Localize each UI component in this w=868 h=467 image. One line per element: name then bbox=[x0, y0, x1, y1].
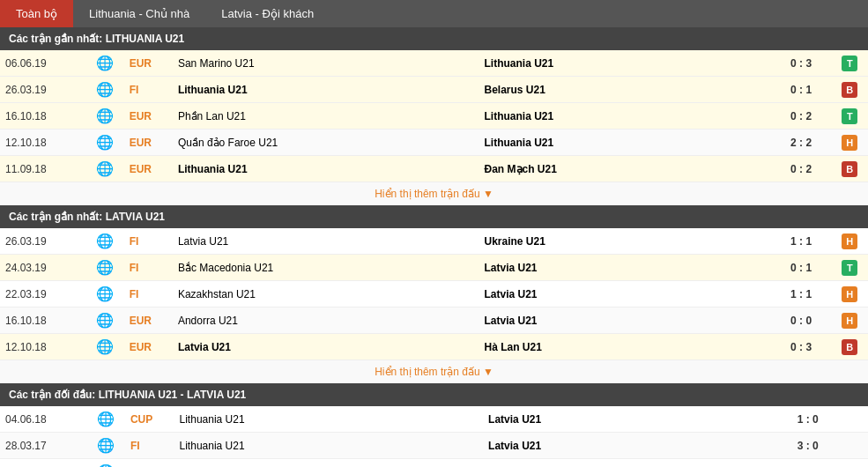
match-score: 2 : 0 bbox=[777, 459, 839, 468]
result-cell: T bbox=[832, 103, 868, 130]
team1-name: Lithuania U21 bbox=[174, 406, 469, 433]
result-cell bbox=[839, 459, 868, 468]
result-badge: T bbox=[842, 56, 857, 71]
competition-label: FI bbox=[124, 228, 173, 255]
match-date: 11.09.18 bbox=[0, 156, 85, 182]
competition-label: FI bbox=[124, 281, 173, 308]
competition-label: EUR bbox=[124, 130, 173, 156]
team2-name: Latvia U21 bbox=[483, 433, 777, 459]
result-cell: B bbox=[832, 77, 868, 103]
match-date: 22.03.19 bbox=[0, 281, 85, 308]
result-badge: H bbox=[842, 286, 857, 302]
match-score: 0 : 1 bbox=[771, 77, 832, 103]
team1-name: Bắc Macedonia U21 bbox=[173, 255, 464, 281]
table-latvia: 26.03.19 🌐 FI Latvia U21 Ukraine U21 1 :… bbox=[0, 228, 868, 360]
result-cell: H bbox=[832, 130, 868, 156]
match-date: 06.06.19 bbox=[0, 50, 85, 77]
competition-label: EUR bbox=[124, 103, 173, 130]
result-cell: B bbox=[832, 334, 868, 360]
vs-separator bbox=[464, 50, 479, 77]
team2-name: Ukraine U21 bbox=[479, 228, 771, 255]
section-lithuania: Các trận gần nhất: LITHUANIA U21 06.06.1… bbox=[0, 27, 868, 205]
match-score: 1 : 1 bbox=[771, 281, 832, 308]
tab-latvia-away[interactable]: Latvia - Đội khách bbox=[205, 0, 330, 27]
result-cell: H bbox=[832, 281, 868, 308]
table-lithuania: 06.06.19 🌐 EUR San Marino U21 Lithuania … bbox=[0, 50, 868, 182]
tab-lithuania-home[interactable]: Lithuania - Chủ nhà bbox=[73, 0, 205, 27]
team2-name: Lithuania U21 bbox=[479, 130, 771, 156]
vs-separator bbox=[464, 334, 479, 360]
flag-icon: 🌐 bbox=[85, 130, 124, 156]
section-latvia: Các trận gần nhất: LATVIA U21 26.03.19 🌐… bbox=[0, 205, 868, 383]
team2-name: Latvia U21 bbox=[479, 255, 771, 281]
vs-separator bbox=[464, 77, 479, 103]
table-h2h: 04.06.18 🌐 CUP Lithuania U21 Latvia U21 … bbox=[0, 406, 868, 467]
team1-name: Lithuania U21 bbox=[173, 156, 464, 182]
competition-label: EUR bbox=[124, 156, 173, 182]
team1-name: Andorra U21 bbox=[173, 308, 464, 334]
team1-name: Lithuania U21 bbox=[174, 433, 469, 459]
competition-label: FI bbox=[124, 255, 173, 281]
competition-label: EUR bbox=[124, 50, 173, 77]
vs-separator bbox=[468, 406, 483, 433]
flag-icon: 🌐 bbox=[85, 156, 124, 182]
section-header-latvia: Các trận gần nhất: LATVIA U21 bbox=[0, 205, 868, 228]
flag-icon: 🌐 bbox=[85, 459, 125, 468]
competition-label: FI bbox=[125, 433, 174, 459]
team2-name: Lithuania U21 bbox=[483, 459, 777, 468]
show-more-latvia[interactable]: Hiển thị thêm trận đấu ▼ bbox=[0, 360, 868, 383]
result-cell: T bbox=[832, 255, 868, 281]
result-badge: H bbox=[842, 313, 857, 329]
vs-separator bbox=[464, 308, 479, 334]
result-cell: H bbox=[832, 228, 868, 255]
flag-icon: 🌐 bbox=[85, 255, 124, 281]
tabs: Toàn bộ Lithuania - Chủ nhà Latvia - Đội… bbox=[0, 0, 868, 27]
section-h2h: Các trận đối đầu: LITHUANIA U21 - LATVIA… bbox=[0, 383, 868, 467]
match-date: 12.10.18 bbox=[0, 334, 85, 360]
tabs-bar: Toàn bộ Lithuania - Chủ nhà Latvia - Đội… bbox=[0, 0, 868, 27]
match-date: 16.10.18 bbox=[0, 308, 85, 334]
team2-name: Lithuania U21 bbox=[479, 50, 771, 77]
team1-name: San Marino U21 bbox=[173, 50, 464, 77]
team1-name: Kazakhstan U21 bbox=[173, 281, 464, 308]
match-date: 26.03.19 bbox=[0, 228, 85, 255]
competition-label: FI bbox=[124, 77, 173, 103]
result-badge: H bbox=[842, 234, 857, 249]
match-score: 0 : 3 bbox=[771, 50, 832, 77]
show-more-lithuania[interactable]: Hiển thị thêm trận đấu ▼ bbox=[0, 182, 868, 205]
team1-name: Latvia U21 bbox=[173, 228, 464, 255]
team2-name: Lithuania U21 bbox=[479, 103, 771, 130]
tab-toan-bo[interactable]: Toàn bộ bbox=[0, 0, 73, 27]
match-score: 1 : 1 bbox=[771, 228, 832, 255]
match-date: 16.10.18 bbox=[0, 103, 85, 130]
match-score: 3 : 0 bbox=[777, 433, 839, 459]
result-cell: B bbox=[832, 156, 868, 182]
vs-separator bbox=[468, 459, 483, 468]
flag-icon: 🌐 bbox=[85, 228, 124, 255]
match-date: 24.03.19 bbox=[0, 255, 85, 281]
match-date: 28.03.17 bbox=[0, 433, 85, 459]
match-score: 0 : 2 bbox=[771, 103, 832, 130]
flag-icon: 🌐 bbox=[85, 281, 124, 308]
result-badge: T bbox=[842, 108, 857, 124]
vs-separator bbox=[464, 255, 479, 281]
match-score: 0 : 1 bbox=[771, 255, 832, 281]
vs-separator bbox=[464, 156, 479, 182]
flag-icon: 🌐 bbox=[85, 334, 124, 360]
match-score: 0 : 3 bbox=[771, 334, 832, 360]
flag-icon: 🌐 bbox=[85, 308, 124, 334]
team2-name: Belarus U21 bbox=[479, 77, 771, 103]
result-cell: H bbox=[832, 308, 868, 334]
team2-name: Latvia U21 bbox=[483, 406, 777, 433]
match-score: 1 : 0 bbox=[777, 406, 839, 433]
vs-separator bbox=[464, 130, 479, 156]
team2-name: Hà Lan U21 bbox=[479, 334, 771, 360]
vs-separator bbox=[468, 433, 483, 459]
match-date: 04.06.18 bbox=[0, 406, 85, 433]
competition-label: CUP bbox=[125, 459, 174, 468]
match-date: 31.05.16 bbox=[0, 459, 85, 468]
result-cell bbox=[839, 433, 868, 459]
match-date: 12.10.18 bbox=[0, 130, 85, 156]
result-badge: H bbox=[842, 135, 857, 151]
competition-label: EUR bbox=[124, 308, 173, 334]
